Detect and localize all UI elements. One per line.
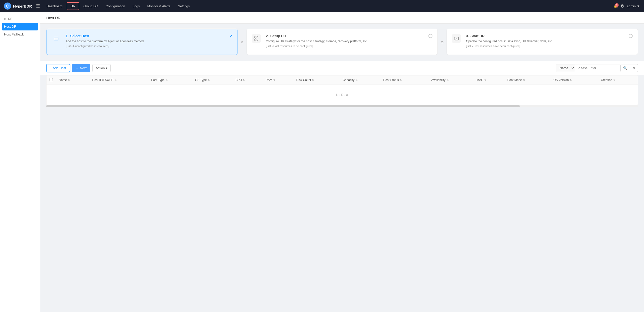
bell-badge: 7 [615,3,619,7]
step-card-desc-1: Add the host to the platform by Agent or… [66,39,145,44]
sort-arrows-host-type: ⇅ [166,79,168,82]
search-filter-select[interactable]: Name [556,64,575,72]
step-icon-1 [52,34,61,43]
step-card-header-1: 1. Select Host Add the host to the platf… [52,34,232,48]
col-host-type[interactable]: Host Type⇅ [148,75,192,85]
sort-arrows-host-ip: ⇅ [114,79,116,82]
step-cards: 1. Select Host Add the host to the platf… [40,24,644,60]
sidebar-section-icon: ⊞ [4,17,7,21]
step-card-setup-dr: 2. Setup DR Configure DR strategy for th… [247,29,438,55]
step-card-title-3: 3. Start DR [466,34,553,38]
user-label: admin [627,4,636,8]
nav-item-configuration[interactable]: Configuration [102,3,129,10]
col-os-version[interactable]: OS Version⇅ [550,75,598,85]
user-menu[interactable]: admin ▼ [627,4,640,8]
action-button[interactable]: Action ▾ [92,64,111,72]
step-card-header-2: 2. Setup DR Configure DR strategy for th… [252,34,433,48]
nav-item-dr[interactable]: DR [67,2,79,10]
brand-name: HyperBDR [13,4,32,8]
svg-point-1 [55,38,55,39]
step-arrow-2-3: » [438,29,447,55]
sort-arrows-ram: ⇅ [273,79,275,82]
toolbar: + Add Host → Next Action ▾ Name 🔍 ↻ [40,61,644,75]
data-table: Name⇅ Host IP/ESXi IP⇅ Host Type⇅ OS Typ… [47,75,638,105]
search-group: Name 🔍 ↻ [556,64,638,72]
brand: ⬡ HyperBDR [4,3,32,10]
sidebar: ⊞ DR Host DR Host Failback [0,12,40,312]
col-boot-mode[interactable]: Boot Mode⇅ [504,75,550,85]
main-content: Host DR [40,12,644,312]
col-creation[interactable]: Creation⇅ [598,75,638,85]
next-button[interactable]: → Next [72,64,90,72]
step-arrow-1-2: » [238,29,247,55]
col-disk-count[interactable]: Disk Count⇅ [293,75,340,85]
nav-items: DashboardDRGroup DRConfigurationLogsMoni… [43,2,614,10]
step-icon-3 [452,34,461,43]
topnav: ⬡ HyperBDR ☰ DashboardDRGroup DRConfigur… [0,0,644,12]
brand-icon: ⬡ [4,3,11,10]
user-avatar-icon: 🅐 [621,4,624,8]
sidebar-item-host-dr-label: Host DR [4,25,16,28]
page-header: Host DR [40,12,644,24]
col-os-type[interactable]: OS Type⇅ [192,75,232,85]
step-card-desc-2: Configure DR strategy for the host: Stra… [266,39,368,44]
refresh-button[interactable]: ↻ [630,65,638,71]
sort-arrows-host-status: ⇅ [400,79,402,82]
scrollbar-thumb[interactable] [46,105,520,107]
step-circle-icon-3 [629,34,633,38]
nav-item-settings[interactable]: Settings [174,3,193,10]
step-card-link-3[interactable]: [List - Host resources have been configu… [466,45,553,48]
nav-item-group-dr[interactable]: Group DR [80,3,102,10]
nav-right: 🔔 7 🅐 admin ▼ [614,4,640,8]
col-availability[interactable]: Availability⇅ [428,75,473,85]
step-card-header-3: 3. Start DR Operate the configured hosts… [452,34,633,48]
col-name[interactable]: Name⇅ [56,75,89,85]
step-card-start-dr: 3. Start DR Operate the configured hosts… [447,29,638,55]
svg-rect-3 [454,37,459,40]
notification-bell[interactable]: 🔔 7 [614,4,618,8]
step-circle-icon-2 [428,34,432,38]
svg-rect-0 [54,37,58,40]
sort-arrows-mac: ⇅ [484,79,486,82]
sidebar-item-host-dr[interactable]: Host DR [2,23,38,30]
sort-arrows-availability: ⇅ [447,79,449,82]
col-host-ip[interactable]: Host IP/ESXi IP⇅ [89,75,148,85]
search-input[interactable] [575,65,620,71]
host-table: Name⇅ Host IP/ESXi IP⇅ Host Type⇅ OS Typ… [46,75,638,105]
col-host-status[interactable]: Host Status⇅ [380,75,428,85]
sort-arrows-disk-count: ⇅ [312,79,314,82]
sort-arrows-cpu: ⇅ [243,79,245,82]
col-cpu[interactable]: CPU⇅ [232,75,263,85]
horizontal-scrollbar[interactable] [46,105,638,107]
no-data-cell: No Data [47,85,638,105]
table-body: No Data [47,85,638,105]
sidebar-section-label: DR [8,17,12,21]
svg-point-2 [256,38,257,39]
col-ram[interactable]: RAM⇅ [263,75,293,85]
step-card-link-2[interactable]: [List - Host resources to be configured] [266,45,368,48]
step-card-desc-3: Operate the configured hosts: Data sync,… [466,39,553,44]
search-button[interactable]: 🔍 [620,65,630,71]
col-checkbox [47,75,56,85]
add-host-button[interactable]: + Add Host [46,64,70,72]
step-card-title-1: 1. Select Host [66,34,145,38]
step-card-link-1[interactable]: [List - Unconfigured host resources] [66,45,145,48]
select-all-checkbox[interactable] [50,78,53,81]
nav-item-monitor-alerts[interactable]: Monitor & Alerts [144,3,174,10]
col-capacity[interactable]: Capacity⇅ [340,75,380,85]
table-header: Name⇅ Host IP/ESXi IP⇅ Host Type⇅ OS Typ… [47,75,638,85]
sidebar-item-host-failback[interactable]: Host Failback [0,30,40,38]
page-title: Host DR [46,16,61,20]
hamburger-icon[interactable]: ☰ [36,3,40,9]
sort-arrows-name: ⇅ [68,79,70,82]
sort-arrows-capacity: ⇅ [355,79,357,82]
col-mac[interactable]: MAC⇅ [474,75,504,85]
step-icon-2 [252,34,261,43]
layout: ⊞ DR Host DR Host Failback Host DR [0,12,644,312]
nav-item-logs[interactable]: Logs [129,3,143,10]
step-check-icon-1: ✔ [229,34,232,39]
sort-arrows-os-type: ⇅ [208,79,210,82]
step-card-select-host: 1. Select Host Add the host to the platf… [46,29,238,55]
nav-item-dashboard[interactable]: Dashboard [43,3,66,10]
sidebar-item-host-failback-label: Host Failback [4,32,24,36]
